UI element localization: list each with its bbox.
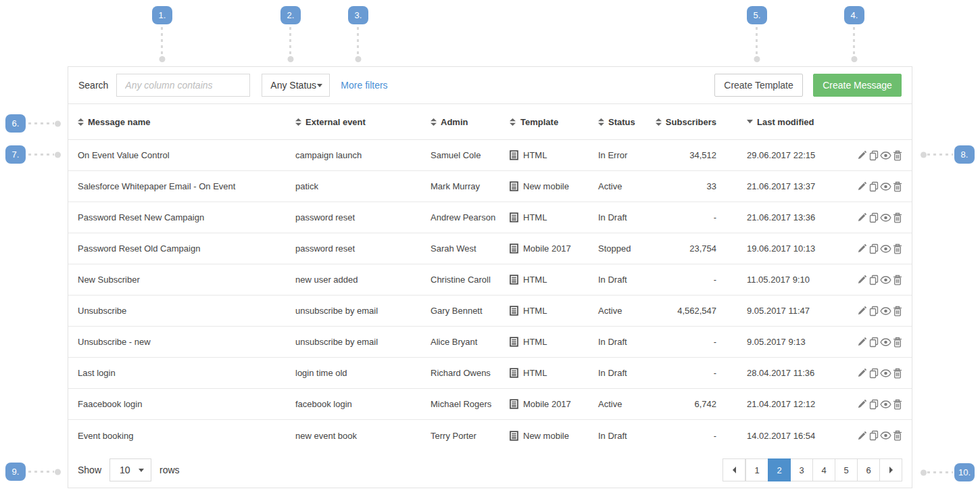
annotation-connector-5 bbox=[756, 27, 758, 55]
show-label: Show bbox=[78, 465, 101, 475]
column-label: Subscribers bbox=[666, 117, 716, 127]
delete-icon[interactable] bbox=[893, 243, 902, 254]
row-actions bbox=[845, 275, 902, 285]
duplicate-icon[interactable] bbox=[868, 212, 879, 223]
pagination-page-3[interactable]: 3 bbox=[790, 458, 813, 481]
edit-icon[interactable] bbox=[857, 431, 867, 441]
annotation-badge-8: 8. bbox=[954, 145, 975, 164]
create-template-button[interactable]: Create Template bbox=[714, 74, 803, 97]
column-header-subscribers[interactable]: Subscribers bbox=[659, 117, 716, 127]
row-actions bbox=[845, 368, 902, 379]
annotation-badge-6: 6. bbox=[5, 114, 26, 133]
table-row[interactable]: Last login login time old Richard Owens … bbox=[68, 358, 912, 389]
column-label: Status bbox=[608, 117, 635, 127]
delete-icon[interactable] bbox=[893, 337, 902, 348]
table-row[interactable]: Event booking new event book Terry Porte… bbox=[68, 420, 912, 451]
preview-icon[interactable] bbox=[880, 307, 891, 315]
duplicate-icon[interactable] bbox=[868, 306, 879, 316]
preview-icon[interactable] bbox=[880, 183, 891, 191]
column-header-last-modified[interactable]: Last modified bbox=[716, 117, 845, 127]
table-row[interactable]: Password Reset Old Campaign password res… bbox=[68, 233, 912, 264]
table-row[interactable]: Password Reset New Campaign password res… bbox=[68, 202, 912, 233]
row-actions bbox=[845, 430, 902, 441]
delete-icon[interactable] bbox=[893, 306, 902, 316]
cell-admin: Terry Porter bbox=[431, 431, 510, 441]
preview-icon[interactable] bbox=[880, 369, 891, 377]
preview-icon[interactable] bbox=[880, 400, 891, 408]
table-row[interactable]: On Event Value Control campaign launch S… bbox=[68, 140, 912, 171]
rows-per-page-dropdown[interactable]: 10 bbox=[109, 458, 151, 481]
edit-icon[interactable] bbox=[857, 306, 867, 316]
column-label: Message name bbox=[88, 117, 151, 127]
preview-icon[interactable] bbox=[880, 431, 891, 440]
annotation-connector-2 bbox=[289, 27, 291, 55]
preview-icon[interactable] bbox=[880, 245, 891, 253]
cell-external-event: campaign launch bbox=[295, 150, 431, 160]
template-document-icon bbox=[510, 306, 518, 316]
annotation-connector-6 bbox=[28, 122, 54, 124]
table-row[interactable]: Faacebook login facebook login Michael R… bbox=[68, 389, 912, 420]
cell-external-event: patick bbox=[295, 181, 431, 191]
template-document-icon bbox=[510, 368, 518, 378]
duplicate-icon[interactable] bbox=[868, 275, 879, 285]
cell-last-modified: 21.04.2017 12:12 bbox=[716, 399, 845, 409]
edit-icon[interactable] bbox=[857, 243, 867, 254]
edit-icon[interactable] bbox=[857, 212, 867, 222]
delete-icon[interactable] bbox=[893, 368, 902, 379]
table-row[interactable]: New Subscriber new user added Christine … bbox=[68, 264, 912, 296]
annotation-badge-3: 3. bbox=[348, 6, 368, 24]
pagination-page-6[interactable]: 6 bbox=[857, 458, 880, 481]
edit-icon[interactable] bbox=[857, 337, 867, 347]
preview-icon[interactable] bbox=[880, 214, 891, 222]
duplicate-icon[interactable] bbox=[868, 368, 879, 379]
edit-icon[interactable] bbox=[857, 368, 867, 378]
search-input[interactable] bbox=[116, 74, 250, 97]
annotation-connector-9 bbox=[28, 471, 54, 473]
status-filter-dropdown[interactable]: Any Status bbox=[262, 74, 330, 97]
cell-template: Mobile 2017 bbox=[510, 399, 598, 409]
table-row[interactable]: Unsubscribe unsubscribe by email Gary Be… bbox=[68, 296, 912, 327]
delete-icon[interactable] bbox=[893, 181, 902, 192]
preview-icon[interactable] bbox=[880, 151, 891, 160]
edit-icon[interactable] bbox=[857, 150, 867, 160]
toolbar: Search Any Status More filters Create Te… bbox=[68, 67, 912, 104]
column-header-external-event[interactable]: External event bbox=[295, 117, 431, 127]
duplicate-icon[interactable] bbox=[868, 150, 879, 161]
template-name: HTML bbox=[523, 368, 547, 378]
cell-subscribers: 33 bbox=[659, 181, 716, 191]
delete-icon[interactable] bbox=[893, 212, 902, 223]
delete-icon[interactable] bbox=[893, 275, 902, 285]
preview-icon[interactable] bbox=[880, 338, 891, 346]
cell-external-event: password reset bbox=[295, 243, 431, 254]
table-row[interactable]: Salesforce Whitepaper Email - On Event p… bbox=[68, 171, 912, 202]
template-name: HTML bbox=[523, 150, 547, 160]
table-row[interactable]: Unsubscribe - new unsubscribe by email A… bbox=[68, 327, 912, 358]
pagination-next-button[interactable] bbox=[879, 458, 902, 481]
column-header-message-name[interactable]: Message name bbox=[78, 117, 295, 127]
duplicate-icon[interactable] bbox=[868, 399, 879, 410]
pagination-page-2-active[interactable]: 2 bbox=[768, 458, 791, 481]
duplicate-icon[interactable] bbox=[868, 243, 879, 254]
delete-icon[interactable] bbox=[893, 399, 902, 410]
column-header-template[interactable]: Template bbox=[510, 117, 598, 127]
edit-icon[interactable] bbox=[857, 275, 867, 285]
pagination-page-1[interactable]: 1 bbox=[745, 458, 768, 481]
preview-icon[interactable] bbox=[880, 276, 891, 284]
edit-icon[interactable] bbox=[857, 399, 867, 409]
column-header-status[interactable]: Status bbox=[598, 117, 659, 127]
pagination-prev-button[interactable] bbox=[722, 458, 745, 481]
edit-icon[interactable] bbox=[857, 181, 867, 191]
more-filters-link[interactable]: More filters bbox=[341, 80, 387, 91]
pagination-page-5[interactable]: 5 bbox=[835, 458, 858, 481]
create-message-button[interactable]: Create Message bbox=[813, 74, 902, 97]
delete-icon[interactable] bbox=[893, 150, 902, 161]
column-header-admin[interactable]: Admin bbox=[431, 117, 510, 127]
delete-icon[interactable] bbox=[893, 430, 902, 441]
template-name: HTML bbox=[523, 275, 547, 285]
duplicate-icon[interactable] bbox=[868, 337, 879, 348]
cell-status: In Draft bbox=[598, 212, 659, 222]
duplicate-icon[interactable] bbox=[868, 181, 879, 192]
duplicate-icon[interactable] bbox=[868, 430, 879, 441]
pagination-page-4[interactable]: 4 bbox=[812, 458, 835, 481]
sort-icon bbox=[295, 118, 301, 126]
